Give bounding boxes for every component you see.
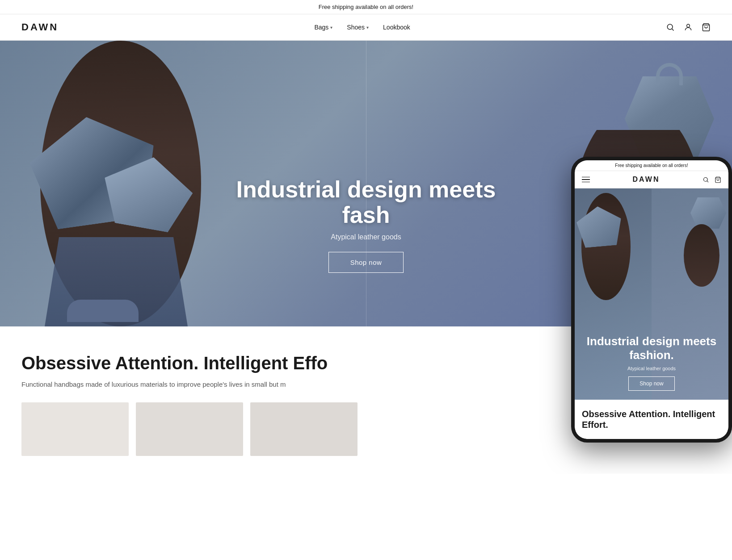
- svg-point-2: [687, 24, 690, 27]
- bag-handle: [656, 63, 683, 85]
- announcement-bar: Free shipping available on all orders!: [0, 0, 732, 14]
- below-hero-description: Functional handbags made of luxurious ma…: [21, 380, 334, 388]
- nav-item-bags[interactable]: Bags ▾: [314, 24, 332, 31]
- hamburger-menu-icon[interactable]: [582, 177, 590, 183]
- chevron-down-icon: ▾: [366, 25, 369, 30]
- hero-cta-button[interactable]: Shop now: [328, 252, 404, 273]
- mobile-header-icons: [703, 176, 721, 184]
- mobile-bag-right: [690, 197, 726, 229]
- site-header: DAWN Bags ▾ Shoes ▾ Lookbook: [0, 14, 732, 41]
- mobile-hero-subtitle: Atypical leather goods: [582, 366, 721, 371]
- search-icon[interactable]: [666, 23, 675, 32]
- svg-point-0: [667, 24, 673, 29]
- mobile-hero-cta-button[interactable]: Shop now: [628, 376, 674, 391]
- below-hero-title: Obsessive Attention. Intelligent Effo: [21, 353, 379, 373]
- hero-content: Industrial design meets fash Atypical le…: [232, 177, 500, 273]
- mobile-below-title: Obsessive Attention. Intelligent Effort.: [582, 409, 721, 430]
- product-thumb-1[interactable]: [21, 402, 129, 456]
- mobile-hero-title: Industrial design meets fashion.: [582, 334, 721, 362]
- mobile-hero-content: Industrial design meets fashion. Atypica…: [575, 334, 728, 391]
- below-hero-section: Obsessive Attention. Intelligent Effo Fu…: [0, 326, 732, 474]
- mobile-person-right: [684, 224, 719, 287]
- nav-item-lookbook[interactable]: Lookbook: [383, 24, 410, 31]
- mobile-hero-section: Industrial design meets fashion. Atypica…: [575, 188, 728, 400]
- svg-line-5: [707, 181, 708, 183]
- hero-title: Industrial design meets fash: [232, 177, 500, 228]
- mobile-announcement-bar: Free shipping available on all orders!: [575, 160, 728, 171]
- chevron-down-icon: ▾: [330, 25, 332, 30]
- mobile-cart-icon[interactable]: [715, 176, 721, 184]
- svg-point-4: [703, 178, 707, 182]
- mobile-device-mockup: Free shipping available on all orders! D…: [571, 157, 732, 443]
- mobile-search-icon[interactable]: [703, 176, 709, 184]
- hero-subtitle: Atypical leather goods: [232, 233, 500, 241]
- product-thumb-3[interactable]: [250, 402, 358, 456]
- shoe-left: [67, 300, 139, 322]
- announcement-text: Free shipping available on all orders!: [319, 4, 413, 10]
- main-nav: Bags ▾ Shoes ▾ Lookbook: [314, 24, 410, 31]
- mobile-announcement-text: Free shipping available on all orders!: [615, 163, 688, 168]
- site-logo[interactable]: DAWN: [21, 21, 59, 33]
- svg-line-1: [672, 29, 674, 31]
- mobile-logo[interactable]: DAWN: [633, 176, 660, 184]
- mobile-screen: Free shipping available on all orders! D…: [575, 160, 728, 439]
- product-thumb-2[interactable]: [136, 402, 243, 456]
- mobile-below-hero: Obsessive Attention. Intelligent Effort.: [575, 400, 728, 439]
- nav-item-shoes[interactable]: Shoes ▾: [347, 24, 369, 31]
- header-icons: [666, 23, 711, 32]
- cart-icon[interactable]: [702, 23, 711, 32]
- account-icon[interactable]: [684, 23, 693, 32]
- mobile-header: DAWN: [575, 171, 728, 188]
